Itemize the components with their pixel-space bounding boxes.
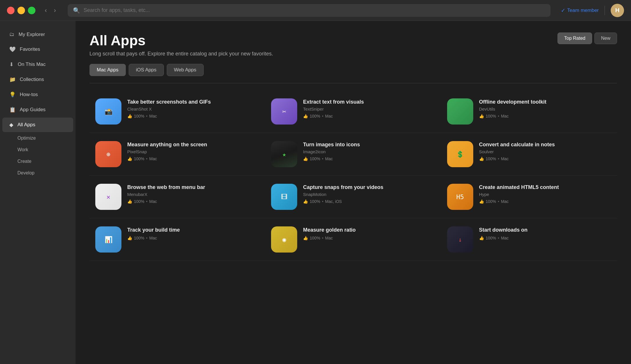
app-info-snapmotion: Capture snaps from your videos SnapMotio…: [303, 184, 435, 204]
sidebar-item-how-tos[interactable]: 💡 How-tos: [2, 87, 73, 102]
app-rating-track-build: 👍 100% • Mac: [127, 236, 259, 240]
page-header: All Apps Long scroll that pays off. Expl…: [89, 33, 617, 57]
app-name-hype: Hype: [479, 192, 611, 197]
app-rating-image2icon: 👍 100% • Mac: [303, 156, 435, 161]
close-button[interactable]: [7, 7, 15, 14]
app-info-menubarx: Browse the web from menu bar MenubarX 👍 …: [127, 184, 259, 204]
app-item-devutils[interactable]: Offline development toolkit DevUtils 👍 1…: [441, 90, 617, 133]
sidebar-item-favorites[interactable]: 🤍 Favorites: [2, 42, 73, 57]
app-icon-start-downloads: ↓: [447, 226, 473, 253]
app-item-soulver[interactable]: 💲 Convert and calculate in notes Soulver…: [441, 133, 617, 176]
filter-buttons: Top Rated New: [557, 33, 617, 44]
app-info-track-build: Track your build time 👍 100% • Mac: [127, 226, 259, 240]
app-icon-image2icon: ★: [271, 141, 297, 167]
search-icon: 🔍: [73, 7, 80, 14]
content-area: All Apps Long scroll that pays off. Expl…: [76, 21, 631, 364]
main-layout: 🗂 My Explorer 🤍 Favorites ⬇ On This Mac …: [0, 21, 631, 364]
app-info-measure-golden: Measure golden ratio 👍 100% • Mac: [303, 226, 435, 240]
traffic-lights: [7, 7, 35, 14]
app-name-menubarx: MenubarX: [127, 192, 259, 197]
sidebar-item-app-guides[interactable]: 📋 App Guides: [2, 102, 73, 117]
app-name-snapmotion: SnapMotion: [303, 192, 435, 197]
app-rating-soulver: 👍 100% • Mac: [479, 156, 611, 161]
sidebar-item-label: On This Mac: [18, 62, 46, 67]
maximize-button[interactable]: [28, 7, 35, 14]
app-desc-hype: Create animated HTML5 content: [479, 184, 611, 191]
app-name-soulver: Soulver: [479, 149, 611, 154]
thumb-icon: 👍: [127, 156, 132, 161]
filter-new[interactable]: New: [594, 33, 617, 44]
app-icon-hype: H5: [447, 184, 473, 210]
download-icon: ⬇: [9, 61, 14, 68]
sidebar-item-collections[interactable]: 📁 Collections: [2, 72, 73, 87]
team-member-button[interactable]: ✓ Team member: [561, 7, 599, 14]
sidebar-sub-label: Optimize: [17, 136, 36, 141]
back-button[interactable]: ‹: [42, 6, 49, 15]
app-icon-measure-golden: ◉: [271, 226, 297, 253]
app-rating-start-downloads: 👍 100% • Mac: [479, 236, 611, 240]
sidebar-item-label: How-tos: [20, 92, 38, 98]
avatar[interactable]: H: [611, 4, 624, 17]
app-item-textsniper[interactable]: ✂ Extract text from visuals TextSniper 👍…: [265, 90, 441, 133]
thumb-icon: 👍: [303, 199, 308, 204]
sidebar-item-label: Favorites: [20, 46, 40, 52]
sidebar-item-my-explorer[interactable]: 🗂 My Explorer: [2, 27, 73, 42]
favorites-icon: 🤍: [9, 46, 16, 53]
app-item-snapmotion[interactable]: 🎞 Capture snaps from your videos SnapMot…: [265, 176, 441, 218]
app-item-measure-golden[interactable]: ◉ Measure golden ratio 👍 100% • Mac: [265, 218, 441, 261]
app-name-pixelsnap: PixelSnap: [127, 149, 259, 154]
nav-arrows: ‹ ›: [42, 6, 58, 15]
app-item-pixelsnap[interactable]: ⊕ Measure anything on the screen PixelSn…: [89, 133, 265, 176]
app-item-start-downloads[interactable]: ↓ Start downloads on 👍 100% • Mac: [441, 218, 617, 261]
app-rating-devutils: 👍 100% • Mac: [479, 114, 611, 118]
header-right: ✓ Team member H: [561, 4, 624, 17]
category-tabs: Mac Apps iOS Apps Web Apps: [89, 64, 617, 83]
sidebar-sub-develop[interactable]: Develop: [2, 167, 73, 179]
thumb-icon: 👍: [303, 114, 308, 118]
sidebar-item-label: App Guides: [20, 107, 46, 113]
app-item-hype[interactable]: H5 Create animated HTML5 content Hype 👍 …: [441, 176, 617, 218]
app-name-textsniper: TextSniper: [303, 107, 435, 111]
app-info-image2icon: Turn images into icons Image2icon 👍 100%…: [303, 141, 435, 161]
sidebar-item-on-this-mac[interactable]: ⬇ On This Mac: [2, 57, 73, 72]
folder-icon: 📁: [9, 76, 16, 83]
lightbulb-icon: 💡: [9, 91, 16, 98]
app-rating-pixelsnap: 👍 100% • Mac: [127, 156, 259, 161]
app-icon-snapmotion: 🎞: [271, 184, 297, 210]
search-bar: 🔍: [68, 4, 551, 17]
search-input[interactable]: [84, 7, 546, 13]
tab-ios-apps[interactable]: iOS Apps: [129, 64, 164, 76]
app-item-cleanshot-x[interactable]: 📸 Take better screenshots and GIFs Clean…: [89, 90, 265, 133]
app-rating-measure-golden: 👍 100% • Mac: [303, 236, 435, 240]
app-name-devutils: DevUtils: [479, 107, 611, 111]
filter-top-rated[interactable]: Top Rated: [557, 33, 592, 44]
app-info-soulver: Convert and calculate in notes Soulver 👍…: [479, 141, 611, 161]
app-desc-menubarx: Browse the web from menu bar: [127, 184, 259, 191]
sidebar-sub-label: Create: [17, 159, 31, 164]
thumb-icon: 👍: [479, 114, 484, 118]
clipboard-icon: 📋: [9, 107, 16, 113]
explorer-icon: 🗂: [9, 31, 15, 37]
app-name-image2icon: Image2icon: [303, 149, 435, 154]
sidebar-sub-optimize[interactable]: Optimize: [2, 133, 73, 144]
app-icon-pixelsnap: ⊕: [95, 141, 121, 167]
forward-button[interactable]: ›: [51, 6, 58, 15]
app-desc-measure-golden: Measure golden ratio: [303, 226, 435, 233]
app-item-menubarx[interactable]: ✕ Browse the web from menu bar MenubarX …: [89, 176, 265, 218]
app-icon-menubarx: ✕: [95, 184, 121, 210]
app-info-start-downloads: Start downloads on 👍 100% • Mac: [479, 226, 611, 240]
thumb-icon: 👍: [479, 236, 484, 240]
sidebar-sub-create[interactable]: Create: [2, 156, 73, 167]
minimize-button[interactable]: [17, 7, 25, 14]
sidebar-item-all-apps[interactable]: ◆ All Apps: [2, 118, 73, 132]
check-icon: ✓: [561, 7, 565, 14]
app-desc-cleanshot-x: Take better screenshots and GIFs: [127, 98, 259, 105]
app-desc-soulver: Convert and calculate in notes: [479, 141, 611, 148]
sidebar-sub-work[interactable]: Work: [2, 144, 73, 155]
sidebar-item-label: My Explorer: [19, 32, 45, 37]
tab-web-apps[interactable]: Web Apps: [167, 64, 204, 76]
app-item-image2icon[interactable]: ★ Turn images into icons Image2icon 👍 10…: [265, 133, 441, 176]
tab-mac-apps[interactable]: Mac Apps: [89, 64, 126, 76]
app-item-track-build[interactable]: 📊 Track your build time 👍 100% • Mac: [89, 218, 265, 261]
app-rating-textsniper: 👍 100% • Mac: [303, 114, 435, 118]
